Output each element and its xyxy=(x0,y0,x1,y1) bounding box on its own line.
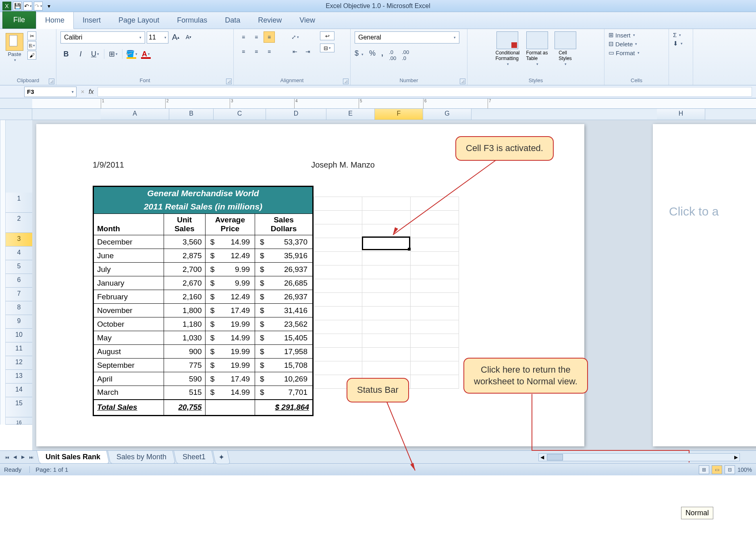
table-row[interactable]: September775$19.99$15,708 xyxy=(93,359,313,372)
select-all-corner[interactable] xyxy=(0,109,32,120)
merge-center-icon[interactable]: ⊟▾ xyxy=(320,44,334,52)
font-size-dropdown[interactable]: 11▾ xyxy=(147,31,168,44)
row-header-11[interactable]: 11 xyxy=(6,342,32,356)
align-center-icon[interactable]: ≡ xyxy=(251,46,262,57)
number-format-dropdown[interactable]: General▾ xyxy=(355,31,459,44)
row-header-10[interactable]: 10 xyxy=(6,329,32,342)
col-header-a[interactable]: A xyxy=(101,109,169,120)
borders-button[interactable]: ⊞▾ xyxy=(108,48,119,60)
row-header-13[interactable]: 13 xyxy=(6,370,32,384)
row-header-2[interactable]: 2 xyxy=(6,213,32,233)
copy-icon[interactable]: ⎘▾ xyxy=(27,41,36,50)
sheet-tab-sheet1[interactable]: Sheet1 xyxy=(174,450,215,464)
view-page-break-button[interactable]: ⊟ xyxy=(725,465,735,474)
align-bottom-icon[interactable]: ≡ xyxy=(264,31,275,43)
tab-page-layout[interactable]: Page Layout xyxy=(110,12,168,29)
row-header-8[interactable]: 8 xyxy=(6,301,32,315)
font-name-dropdown[interactable]: Calibri▾ xyxy=(60,31,145,44)
new-sheet-button[interactable]: ✦ xyxy=(213,450,231,464)
insert-cells-button[interactable]: ⊞Insert ▾ xyxy=(609,31,640,39)
accounting-format-button[interactable]: $ ▾ xyxy=(355,49,363,61)
fill-button[interactable]: ⬇ ▾ xyxy=(673,40,683,47)
table-row[interactable]: April590$17.49$10,269 xyxy=(93,372,313,386)
clipboard-launcher[interactable]: ◿ xyxy=(49,79,54,84)
italic-button[interactable]: I xyxy=(75,48,86,60)
alignment-launcher[interactable]: ◿ xyxy=(343,79,349,84)
tab-data[interactable]: Data xyxy=(216,12,249,29)
align-right-icon[interactable]: ≡ xyxy=(264,46,275,57)
file-tab[interactable]: File xyxy=(2,11,36,29)
fx-icon[interactable]: fx xyxy=(89,88,93,95)
table-row[interactable]: August900$19.99$17,958 xyxy=(93,345,313,359)
sheet-nav-next[interactable]: ▶ xyxy=(19,454,27,461)
tab-home[interactable]: Home xyxy=(36,12,74,29)
table-row[interactable]: February2,160$12.49$26,937 xyxy=(93,290,313,304)
align-left-icon[interactable]: ≡ xyxy=(238,46,249,57)
font-color-button[interactable]: A▾ xyxy=(140,48,152,60)
increase-decimal-button[interactable]: .0.00 xyxy=(389,49,396,61)
shrink-font-icon[interactable]: A▾ xyxy=(183,31,194,43)
percent-format-button[interactable]: % xyxy=(369,49,376,61)
col-header-c[interactable]: C xyxy=(214,109,266,120)
sheet-tab-sales-by-month[interactable]: Sales by Month xyxy=(108,450,176,464)
table-row[interactable]: October1,180$19.99$23,562 xyxy=(93,317,313,331)
next-page-preview[interactable]: Click to a xyxy=(653,124,756,446)
bold-button[interactable]: B xyxy=(60,48,72,60)
format-painter-icon[interactable]: 🖌 xyxy=(27,51,36,60)
table-row[interactable]: December3,560$14.99$53,370 xyxy=(93,235,313,249)
increase-indent-icon[interactable]: ⇥ xyxy=(302,46,314,57)
tab-review[interactable]: Review xyxy=(249,12,291,29)
col-header-h[interactable]: H xyxy=(657,109,705,120)
underline-button[interactable]: U▾ xyxy=(89,48,101,60)
wrap-text-icon[interactable]: ↩ xyxy=(320,31,334,40)
fill-color-button[interactable]: 🪣▾ xyxy=(126,48,137,60)
undo-icon[interactable]: ↶▾ xyxy=(23,2,32,10)
row-header-5[interactable]: 5 xyxy=(6,260,32,274)
conditional-formatting-button[interactable]: Conditional Formatting▾ xyxy=(495,31,519,66)
formula-input[interactable] xyxy=(98,87,752,97)
active-cell-f3[interactable] xyxy=(362,236,410,250)
sheet-nav-first[interactable]: ⏮ xyxy=(3,454,10,461)
col-header-b[interactable]: B xyxy=(169,109,214,120)
table-row[interactable]: March515$14.99$7,701 xyxy=(93,386,313,400)
cell-styles-button[interactable]: Cell Styles▾ xyxy=(555,31,576,66)
empty-cells-grid[interactable] xyxy=(314,197,459,389)
tab-view[interactable]: View xyxy=(291,12,324,29)
name-box[interactable]: F3▾ xyxy=(24,87,77,97)
decrease-indent-icon[interactable]: ⇤ xyxy=(289,46,301,57)
horizontal-scrollbar[interactable]: ◀ ▶ xyxy=(538,453,740,461)
paste-button[interactable]: Paste ▾ xyxy=(4,31,25,64)
number-launcher[interactable]: ◿ xyxy=(460,79,465,84)
row-header-15[interactable]: 15 xyxy=(6,397,32,417)
save-icon[interactable]: 💾 xyxy=(13,2,22,10)
row-header-4[interactable]: 4 xyxy=(6,247,32,260)
view-normal-button[interactable]: ⊞ xyxy=(699,465,709,474)
col-header-d[interactable]: D xyxy=(266,109,326,120)
table-row[interactable]: January2,670$9.99$26,685 xyxy=(93,276,313,290)
sheet-nav-last[interactable]: ⏭ xyxy=(27,454,35,461)
qat-customize-icon[interactable]: ▾ xyxy=(44,2,53,10)
row-header-9[interactable]: 9 xyxy=(6,315,32,329)
cut-icon[interactable]: ✂ xyxy=(27,31,36,40)
col-header-e[interactable]: E xyxy=(326,109,375,120)
row-header-6[interactable]: 6 xyxy=(6,274,32,288)
sheet-tab-unit-sales-rank[interactable]: Unit Sales Rank xyxy=(36,450,109,464)
zoom-level[interactable]: 100% xyxy=(737,467,752,473)
tab-formulas[interactable]: Formulas xyxy=(168,12,216,29)
delete-cells-button[interactable]: ⊟Delete ▾ xyxy=(609,40,640,48)
redo-icon[interactable]: ↷▾ xyxy=(34,2,43,10)
grow-font-icon[interactable]: A▴ xyxy=(170,31,181,43)
decrease-decimal-button[interactable]: .00.0 xyxy=(402,49,409,61)
col-header-f[interactable]: F xyxy=(375,109,423,120)
orientation-icon[interactable]: ⤢▾ xyxy=(289,31,301,43)
view-page-layout-button[interactable]: ▭ xyxy=(712,465,722,474)
comma-format-button[interactable]: , xyxy=(381,49,383,61)
col-header-g[interactable]: G xyxy=(423,109,471,120)
table-row[interactable]: July2,700$9.99$26,937 xyxy=(93,263,313,276)
row-header-1[interactable]: 1 xyxy=(6,193,32,213)
align-middle-icon[interactable]: ≡ xyxy=(251,31,262,43)
table-row[interactable]: November1,800$17.49$31,416 xyxy=(93,304,313,317)
row-header-3[interactable]: 3 xyxy=(6,233,32,247)
align-top-icon[interactable]: ≡ xyxy=(238,31,249,43)
format-as-table-button[interactable]: Format as Table▾ xyxy=(526,31,548,66)
